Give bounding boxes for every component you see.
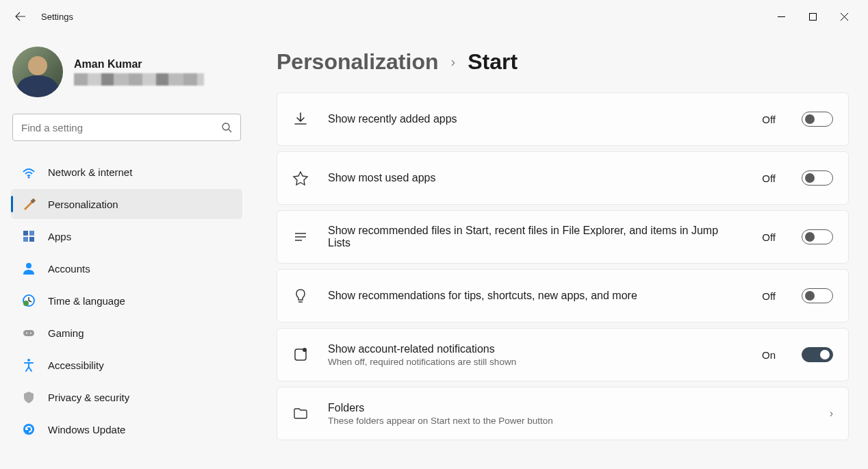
svg-point-10 <box>23 301 29 306</box>
setting-list: Show recommended files in Start, recent … <box>277 210 849 264</box>
apps-icon <box>22 229 36 243</box>
chevron-right-icon: › <box>830 407 833 420</box>
clock-icon <box>22 294 36 307</box>
svg-rect-0 <box>809 13 816 20</box>
search-icon <box>221 122 232 133</box>
arrow-left-icon <box>15 11 26 22</box>
svg-rect-7 <box>29 237 34 242</box>
toggle-state-label: On <box>762 349 776 361</box>
setting-title: Show most used apps <box>328 172 743 184</box>
minimize-icon <box>778 13 785 21</box>
sidebar-item-label: Accounts <box>48 263 90 275</box>
setting-title: Folders <box>328 402 810 414</box>
profile-name: Aman Kumar <box>74 58 204 71</box>
sidebar-item-label: Gaming <box>48 327 84 339</box>
sidebar-item-label: Time & language <box>48 295 125 307</box>
sidebar-item-apps[interactable]: Apps <box>11 221 242 251</box>
profile-section[interactable]: Aman Kumar <box>0 41 253 114</box>
breadcrumb-current: Start <box>468 49 518 75</box>
toggle-switch[interactable] <box>802 112 833 127</box>
search-input-wrap[interactable] <box>12 114 241 141</box>
svg-rect-11 <box>23 330 34 336</box>
maximize-icon <box>809 13 817 21</box>
setting-title: Show recommended files in Start, recent … <box>328 225 743 249</box>
back-button[interactable] <box>8 4 33 29</box>
svg-point-13 <box>30 333 31 334</box>
update-icon <box>22 422 36 436</box>
folder-icon <box>292 405 309 422</box>
shield-icon <box>22 390 36 404</box>
svg-point-17 <box>303 348 307 352</box>
sidebar-item-update[interactable]: Windows Update <box>11 414 242 444</box>
setting-download: Show recently added appsOff <box>277 92 849 146</box>
setting-subtitle: When off, required notifications are sti… <box>328 357 743 367</box>
sidebar-item-label: Personalization <box>48 199 118 210</box>
minimize-button[interactable] <box>765 5 797 27</box>
sidebar-item-clock[interactable]: Time & language <box>11 286 242 316</box>
toggle-state-label: Off <box>762 231 776 243</box>
setting-title: Show account-related notifications <box>328 343 743 355</box>
sidebar-item-shield[interactable]: Privacy & security <box>11 382 242 412</box>
download-icon <box>292 111 309 127</box>
setting-title: Show recommendations for tips, shortcuts… <box>328 290 743 302</box>
svg-rect-4 <box>23 231 28 236</box>
svg-point-2 <box>28 177 30 179</box>
star-icon <box>292 170 309 186</box>
toggle-state-label: Off <box>762 290 776 302</box>
sidebar-item-accessibility[interactable]: Accessibility <box>11 350 242 380</box>
brush-icon <box>22 197 36 211</box>
list-icon <box>292 229 309 245</box>
tip-icon <box>292 288 309 304</box>
setting-star: Show most used appsOff <box>277 151 849 205</box>
svg-point-15 <box>23 424 34 435</box>
svg-point-1 <box>222 123 229 130</box>
notification-icon <box>292 346 309 363</box>
maximize-button[interactable] <box>797 5 828 27</box>
gamepad-icon <box>22 326 36 340</box>
sidebar-item-brush[interactable]: Personalization <box>11 189 242 219</box>
svg-point-12 <box>26 333 27 334</box>
profile-email-redacted <box>74 73 204 86</box>
setting-tip: Show recommendations for tips, shortcuts… <box>277 269 849 322</box>
breadcrumb: Personalization › Start <box>277 49 849 75</box>
setting-title: Show recently added apps <box>328 113 743 125</box>
sidebar-item-person[interactable]: Accounts <box>11 253 242 283</box>
sidebar-item-wifi[interactable]: Network & internet <box>11 157 242 187</box>
window-title: Settings <box>41 12 73 22</box>
sidebar-item-label: Privacy & security <box>48 392 129 403</box>
wifi-icon <box>22 165 36 179</box>
chevron-right-icon: › <box>451 54 456 70</box>
close-icon <box>841 13 848 21</box>
avatar <box>12 47 63 97</box>
person-icon <box>22 262 36 275</box>
toggle-state-label: Off <box>762 173 776 184</box>
svg-point-8 <box>26 263 31 268</box>
accessibility-icon <box>22 358 36 372</box>
setting-notification: Show account-related notificationsWhen o… <box>277 328 849 381</box>
sidebar-item-label: Accessibility <box>48 359 104 371</box>
sidebar-item-label: Apps <box>48 231 71 242</box>
breadcrumb-parent[interactable]: Personalization <box>277 49 439 75</box>
toggle-switch[interactable] <box>802 347 833 362</box>
search-input[interactable] <box>21 122 221 134</box>
sidebar-item-gamepad[interactable]: Gaming <box>11 318 242 348</box>
toggle-switch[interactable] <box>802 170 833 186</box>
setting-subtitle: These folders appear on Start next to th… <box>328 416 810 426</box>
toggle-switch[interactable] <box>802 229 833 244</box>
svg-rect-6 <box>23 237 28 242</box>
close-button[interactable] <box>828 5 860 27</box>
svg-rect-5 <box>29 231 34 236</box>
setting-folder[interactable]: FoldersThese folders appear on Start nex… <box>277 387 849 440</box>
sidebar-item-label: Network & internet <box>48 166 132 178</box>
sidebar-item-label: Windows Update <box>48 424 125 435</box>
toggle-switch[interactable] <box>802 288 833 303</box>
svg-point-14 <box>27 359 30 362</box>
toggle-state-label: Off <box>762 114 776 125</box>
